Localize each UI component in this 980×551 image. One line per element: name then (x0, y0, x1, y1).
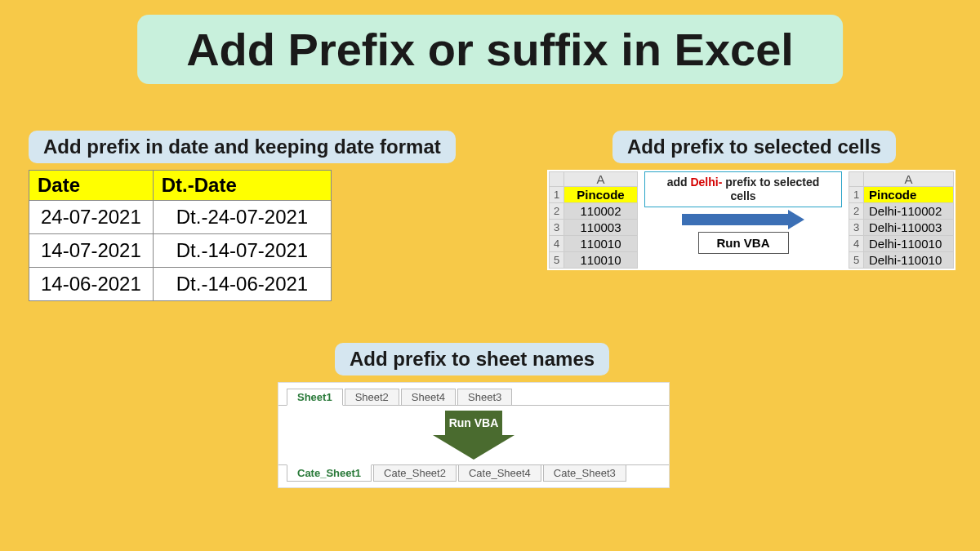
sheet-tab[interactable]: Sheet3 (457, 389, 512, 405)
run-vba-label: Run VBA (445, 411, 502, 435)
dates-header-date: Date (29, 171, 154, 201)
dates-header-dtdate: Dt.-Date (153, 171, 331, 201)
table-row: 24-07-2021 Dt.-24-07-2021 (29, 201, 332, 234)
grid-row-header: 5 (849, 252, 864, 269)
note-prefix-word: Delhi- (690, 176, 722, 189)
cells-caption: Add prefix to selected cells (612, 131, 896, 163)
pincode-cell: 110010 (564, 252, 638, 269)
pincode-header: Pincode (564, 187, 638, 203)
section-sheets: Add prefix to sheet names Sheet1 Sheet2 … (278, 343, 670, 488)
grid-row-header: 2 (849, 203, 864, 220)
table-row: 14-06-2021 Dt.-14-06-2021 (29, 268, 332, 301)
pincode-cell: Delhi-110010 (864, 236, 954, 252)
grid-row-header: 3 (550, 220, 564, 236)
grid-row-header: 4 (849, 236, 864, 252)
pincode-cell: 110003 (564, 220, 638, 236)
tabstrip-before: Sheet1 Sheet2 Sheet4 Sheet3 (278, 383, 669, 406)
sheet-tab[interactable]: Sheet2 (345, 389, 399, 405)
tabstrip-after: Cate_Sheet1 Cate_Sheet2 Cate_Sheet4 Cate… (278, 464, 669, 487)
grid-row-header: 5 (550, 252, 564, 269)
pincode-cell: Delhi-110003 (864, 220, 954, 236)
arrow-down-icon: Run VBA (433, 411, 514, 461)
pincode-cell: 110002 (564, 203, 638, 220)
section-dates: Add prefix in date and keeping date form… (29, 131, 456, 301)
run-vba-label: Run VBA (698, 232, 789, 254)
dtdate-cell: Dt.-14-07-2021 (153, 234, 331, 268)
note-post: prefix to selected cells (722, 176, 819, 202)
dtdate-cell: Dt.-14-06-2021 (153, 268, 331, 301)
pincode-cell: Delhi-110002 (864, 203, 954, 220)
grid-corner (849, 172, 864, 187)
sheet-tab[interactable]: Cate_Sheet1 (287, 464, 372, 482)
date-cell: 14-06-2021 (29, 268, 154, 301)
prefix-note: add Delhi- prefix to selected cells (644, 171, 842, 207)
note-pre: add (667, 176, 691, 189)
grid-col-header: A (564, 172, 638, 187)
pincode-header: Pincode (864, 187, 954, 203)
dates-table: Date Dt.-Date 24-07-2021 Dt.-24-07-2021 … (29, 170, 332, 301)
grid-row-header: 1 (849, 187, 864, 203)
grid-row-header: 2 (550, 203, 564, 220)
grid-row-header: 3 (849, 220, 864, 236)
sheet-tab[interactable]: Cate_Sheet2 (373, 465, 457, 482)
table-row: 14-07-2021 Dt.-14-07-2021 (29, 234, 332, 268)
after-grid: A 1Pincode 2Delhi-110002 3Delhi-110003 4… (849, 171, 954, 269)
sheet-tab[interactable]: Cate_Sheet4 (458, 465, 541, 482)
grid-col-header: A (864, 172, 954, 187)
pincode-cell: 110010 (564, 236, 638, 252)
dates-caption: Add prefix in date and keeping date form… (29, 131, 456, 163)
grid-row-header: 4 (550, 236, 564, 252)
grid-row-header: 1 (550, 187, 564, 203)
grid-corner (550, 172, 564, 187)
cells-middle: add Delhi- prefix to selected cells Run … (644, 171, 842, 254)
sheet-tab[interactable]: Cate_Sheet3 (543, 465, 626, 482)
dtdate-cell: Dt.-24-07-2021 (153, 201, 331, 234)
sheet-tab[interactable]: Sheet1 (287, 389, 343, 406)
pincode-cell: Delhi-110010 (864, 252, 954, 269)
date-cell: 24-07-2021 (29, 201, 154, 234)
before-grid: A 1Pincode 2110002 3110003 4110010 51100… (549, 171, 638, 269)
sheets-caption: Add prefix to sheet names (335, 343, 609, 375)
sheet-tab[interactable]: Sheet4 (401, 389, 456, 405)
date-cell: 14-07-2021 (29, 234, 154, 268)
section-cells: Add prefix to selected cells A 1Pincode … (547, 131, 956, 270)
page-title: Add Prefix or suffix in Excel (137, 15, 843, 84)
arrow-right-icon (682, 210, 804, 229)
